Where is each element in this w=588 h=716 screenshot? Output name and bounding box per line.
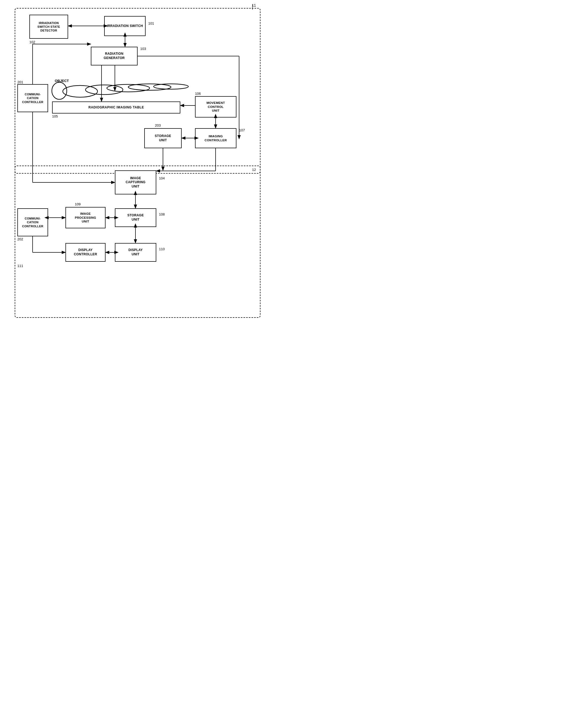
ref-201: 201 xyxy=(17,80,23,84)
ref-110: 110 xyxy=(159,247,165,251)
storage-unit-108-block: STORAGEUNIT xyxy=(115,208,156,227)
image-capturing-unit-block: IMAGECAPTURINGUNIT xyxy=(115,170,156,194)
ref-108: 108 xyxy=(159,212,165,216)
ref-202: 202 xyxy=(17,237,23,241)
ref-106: 106 xyxy=(195,92,201,95)
image-processing-unit-block: IMAGEPROCESSINGUNIT xyxy=(65,207,106,228)
display-unit-block: DISPLAYUNIT xyxy=(115,243,156,262)
irradiation-switch-state-detector-block: IRRADIATIONSWITCH STATEDETECTOR xyxy=(29,15,68,39)
ref-101: 101 xyxy=(148,21,154,25)
label-11: 11 xyxy=(252,3,256,7)
diagram-container: 11 12 IRRADIATION SWITCH 101 IRRADIATION… xyxy=(0,0,267,326)
radiographic-imaging-table-block: RADIOGRAPHIC IMAGING TABLE xyxy=(52,102,180,113)
ref-111: 111 xyxy=(17,264,23,268)
ref-103: 103 xyxy=(140,47,146,51)
ref-203: 203 xyxy=(155,123,161,127)
movement-control-unit-block: MOVEMENTCONTROLUNIT xyxy=(195,96,236,117)
object-label: OBJECT xyxy=(55,79,69,83)
display-controller-block: DISPLAYCONTROLLER xyxy=(65,243,106,262)
label-12: 12 xyxy=(252,168,256,172)
ref-105: 105 xyxy=(52,114,58,118)
ref-109: 109 xyxy=(75,202,81,206)
irradiation-switch-block: IRRADIATION SWITCH xyxy=(104,16,146,36)
ref-104: 104 xyxy=(159,176,165,180)
communication-controller-202-block: COMMUNI-CATIONCONTROLLER xyxy=(17,208,48,236)
radiation-generator-block: RADIATIONGENERATOR xyxy=(91,47,138,65)
imaging-controller-block: IMAGINGCONTROLLER xyxy=(195,128,236,148)
ref-107: 107 xyxy=(239,128,245,132)
communication-controller-201-block: COMMUNI-CATIONCONTROLLER xyxy=(17,84,48,112)
ref-102: 102 xyxy=(29,40,35,44)
storage-unit-203-block: STORAGEUNIT xyxy=(144,128,182,148)
